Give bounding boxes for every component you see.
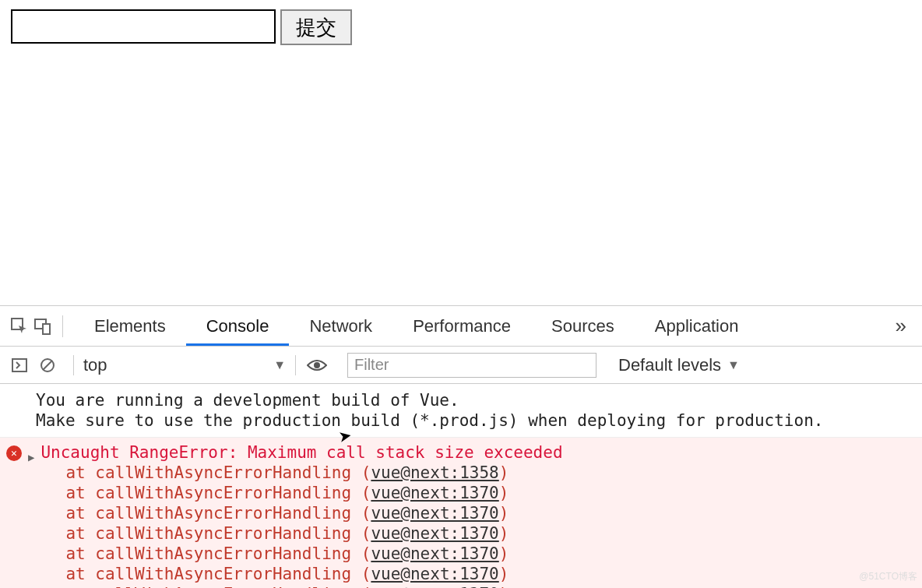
source-link[interactable]: vue@next:1370 <box>371 484 498 502</box>
chevron-down-icon: ▼ <box>727 358 740 372</box>
console-info-message: You are running a development build of V… <box>0 384 922 438</box>
name-input[interactable] <box>11 9 276 44</box>
divider <box>73 355 74 375</box>
devtools-tab-bar: Elements Console Network Performance Sou… <box>0 306 922 347</box>
stack-frame: at callWithAsyncErrorHandling (vue@next:… <box>40 483 562 503</box>
submit-button[interactable]: 提交 <box>280 9 352 45</box>
chevron-down-icon: ▼ <box>273 358 286 372</box>
inspect-element-icon[interactable] <box>8 318 31 335</box>
stack-frame: at callWithAsyncErrorHandling (vue@next:… <box>40 523 562 544</box>
tab-console[interactable]: Console <box>186 306 290 346</box>
error-content: Uncaught RangeError: Maximum call stack … <box>40 442 562 588</box>
source-link[interactable]: vue@next:1370 <box>371 585 498 588</box>
tab-sources[interactable]: Sources <box>531 306 635 346</box>
divider <box>62 315 63 337</box>
console-error-message: ✕ ▶ Uncaught RangeError: Maximum call st… <box>0 438 922 588</box>
tabs-overflow-icon[interactable]: » <box>888 314 914 338</box>
levels-label: Default levels <box>618 355 721 375</box>
source-link[interactable]: vue@next:1370 <box>371 544 498 563</box>
console-output: You are running a development build of V… <box>0 384 922 588</box>
svg-point-6 <box>314 362 320 368</box>
device-toggle-icon[interactable] <box>31 318 55 335</box>
watermark: @51CTO博客 <box>859 570 917 583</box>
log-levels-selector[interactable]: Default levels ▼ <box>618 355 740 375</box>
stack-frame: at callWithAsyncErrorHandling (vue@next:… <box>40 584 562 588</box>
source-link[interactable]: vue@next:1370 <box>371 524 498 543</box>
stack-frame: at callWithAsyncErrorHandling (vue@next:… <box>40 503 562 523</box>
console-sidebar-toggle-icon[interactable] <box>8 357 31 373</box>
live-expression-icon[interactable] <box>305 358 329 372</box>
source-link[interactable]: vue@next:1358 <box>371 463 498 482</box>
page-content: 提交 <box>0 0 922 305</box>
context-label: top <box>83 355 107 375</box>
stack-frame: at callWithAsyncErrorHandling (vue@next:… <box>40 544 562 564</box>
svg-rect-2 <box>43 324 50 334</box>
source-link[interactable]: vue@next:1370 <box>371 565 498 583</box>
tab-performance[interactable]: Performance <box>392 306 531 346</box>
error-title: Uncaught RangeError: Maximum call stack … <box>40 442 562 463</box>
source-link[interactable]: vue@next:1370 <box>371 504 498 523</box>
stack-frame: at callWithAsyncErrorHandling (vue@next:… <box>40 463 562 483</box>
tab-application[interactable]: Application <box>635 306 759 346</box>
divider <box>295 355 296 375</box>
disclosure-triangle-icon[interactable]: ▶ <box>28 447 34 588</box>
clear-console-icon[interactable] <box>36 357 59 373</box>
console-toolbar: top ▼ Default levels ▼ <box>0 347 922 384</box>
filter-input[interactable] <box>347 353 596 378</box>
devtools-panel: Elements Console Network Performance Sou… <box>0 305 922 588</box>
tab-network[interactable]: Network <box>289 306 392 346</box>
svg-line-5 <box>43 361 52 370</box>
error-icon: ✕ <box>6 445 22 461</box>
stack-frame: at callWithAsyncErrorHandling (vue@next:… <box>40 564 562 584</box>
context-selector[interactable]: top ▼ <box>83 355 286 375</box>
tab-elements[interactable]: Elements <box>74 306 186 346</box>
